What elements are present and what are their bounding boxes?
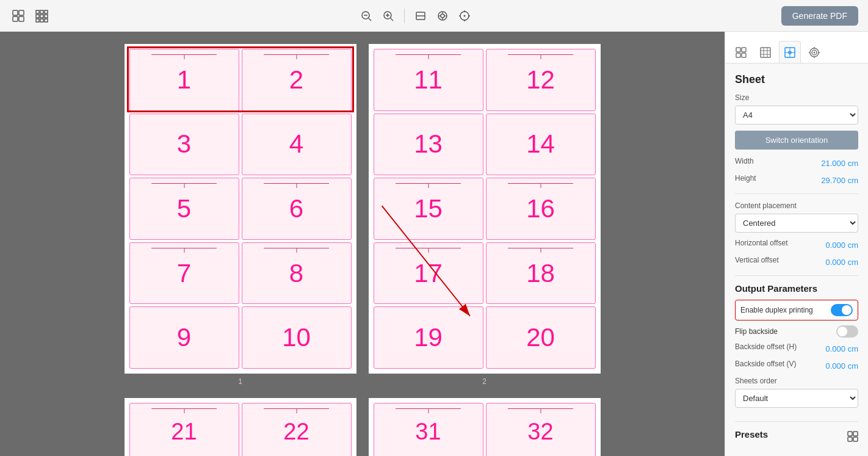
- card-tick: [184, 408, 184, 413]
- svg-line-15: [369, 18, 371, 21]
- card-7: 7: [129, 242, 239, 305]
- card-10: 10: [242, 306, 352, 369]
- enable-duplex-label: Enable duplex printing: [740, 306, 813, 314]
- backside-v-label: Backside offset (V): [735, 360, 797, 368]
- svg-rect-4: [36, 10, 39, 13]
- page-wrapper-1: 1 2 3 4: [125, 44, 356, 386]
- flip-backside-row: Flip backside: [735, 325, 858, 338]
- panel-tab-grid[interactable]: [754, 41, 776, 63]
- card-tick: [296, 408, 297, 413]
- generate-pdf-button[interactable]: Generate PDF: [781, 6, 858, 26]
- height-value: 29.700 cm: [821, 176, 858, 185]
- card-11: 11: [374, 49, 483, 111]
- panel-tab-target[interactable]: [803, 41, 825, 63]
- card-number: 3: [177, 131, 191, 157]
- card-number: 7: [177, 261, 191, 286]
- presets-grid-icon[interactable]: [847, 431, 858, 444]
- size-select[interactable]: A4 A3 Letter: [735, 106, 858, 125]
- flip-backside-toggle[interactable]: [836, 325, 858, 338]
- card-number: 13: [414, 131, 443, 157]
- backside-v-row: Backside offset (V) 0.000 cm: [735, 360, 858, 372]
- page-wrapper-3: 21 22: [125, 398, 356, 456]
- svg-rect-3: [19, 16, 24, 21]
- fit-page-icon[interactable]: [434, 7, 451, 24]
- h-offset-label: Horizontal offset: [735, 239, 788, 247]
- pages-row-1: 1 2 3 4: [125, 44, 601, 386]
- panel-tab-layout[interactable]: [730, 41, 752, 63]
- svg-rect-7: [40, 15, 43, 18]
- panel-tab-marks[interactable]: [779, 41, 801, 63]
- card-tick: [184, 248, 184, 253]
- height-row: Height 29.700 cm: [735, 174, 858, 186]
- card-22: 22: [242, 403, 352, 456]
- card-number: 11: [414, 67, 443, 93]
- v-offset-row: Vertical offset 0.000 cm: [735, 256, 858, 268]
- card-number: 10: [282, 325, 311, 350]
- canvas-area[interactable]: 1 2 3 4: [0, 32, 725, 456]
- partial-page-2: 31 32: [369, 398, 601, 456]
- card-9: 9: [129, 306, 239, 369]
- svg-line-19: [391, 18, 393, 21]
- card-6: 6: [242, 178, 352, 240]
- card-tick: [540, 408, 541, 413]
- card-number: 20: [526, 325, 555, 350]
- fit-width-icon[interactable]: [412, 7, 429, 24]
- enable-duplex-container: Enable duplex printing: [735, 300, 858, 320]
- partial-page-1: 21 22: [125, 398, 356, 456]
- svg-rect-2: [13, 16, 18, 21]
- panel-content: Sheet Size A4 A3 Letter Switch orientati…: [725, 63, 868, 456]
- svg-point-23: [441, 14, 444, 18]
- svg-rect-38: [736, 53, 740, 57]
- card-tick: [540, 183, 541, 188]
- zoom-out-icon[interactable]: [358, 7, 375, 24]
- card-number: 8: [289, 261, 303, 286]
- content-placement-select[interactable]: Centered Top Left: [735, 214, 858, 233]
- svg-rect-56: [848, 432, 852, 436]
- svg-rect-36: [736, 48, 740, 52]
- svg-rect-0: [13, 10, 18, 15]
- card-number: 4: [289, 131, 303, 157]
- card-20: 20: [486, 306, 596, 369]
- card-32: 32: [486, 403, 596, 456]
- backside-h-label: Backside offset (H): [735, 342, 797, 351]
- divider-1: [735, 194, 858, 194]
- layout-icon[interactable]: [10, 7, 27, 24]
- grid-icon[interactable]: [33, 7, 50, 24]
- fit-all-icon[interactable]: [456, 7, 473, 24]
- output-parameters-section: Output Parameters Enable duplex printing…: [735, 283, 858, 414]
- panel-tabs: [725, 32, 868, 63]
- zoom-in-icon[interactable]: [380, 7, 397, 24]
- card-21: 21: [129, 403, 239, 456]
- right-panel: Sheet Size A4 A3 Letter Switch orientati…: [725, 32, 868, 456]
- width-label: Width: [735, 157, 754, 165]
- card-12: 12: [486, 49, 596, 111]
- card-number: 6: [289, 196, 303, 222]
- card-number: 21: [171, 420, 197, 443]
- card-tick: [540, 248, 541, 253]
- enable-duplex-toggle[interactable]: [831, 304, 853, 316]
- sheet-title: Sheet: [735, 73, 858, 86]
- content-placement-label: Content placement: [735, 201, 858, 210]
- divider-3: [735, 421, 858, 422]
- card-15: 15: [374, 178, 483, 240]
- svg-rect-58: [848, 437, 852, 441]
- presets-header: Presets: [735, 429, 858, 446]
- sheets-order-select[interactable]: Default Reverse: [735, 389, 858, 408]
- svg-rect-10: [45, 10, 48, 13]
- width-value: 21.000 cm: [821, 159, 858, 168]
- card-17: 17: [374, 242, 483, 305]
- h-offset-value: 0.000 cm: [825, 241, 858, 250]
- card-5: 5: [129, 178, 239, 240]
- card-number: 22: [283, 420, 309, 443]
- svg-rect-6: [36, 15, 39, 18]
- card-number: 17: [414, 261, 443, 286]
- pages-container: 1 2 3 4: [12, 44, 712, 456]
- card-tick: [296, 183, 297, 188]
- card-number: 19: [414, 325, 443, 350]
- card-tick: [296, 248, 297, 253]
- svg-rect-57: [853, 432, 858, 436]
- sheets-order-label: Sheets order: [735, 377, 858, 385]
- svg-point-51: [814, 51, 816, 53]
- switch-orientation-button[interactable]: Switch orientation: [735, 131, 858, 150]
- size-label: Size: [735, 93, 858, 102]
